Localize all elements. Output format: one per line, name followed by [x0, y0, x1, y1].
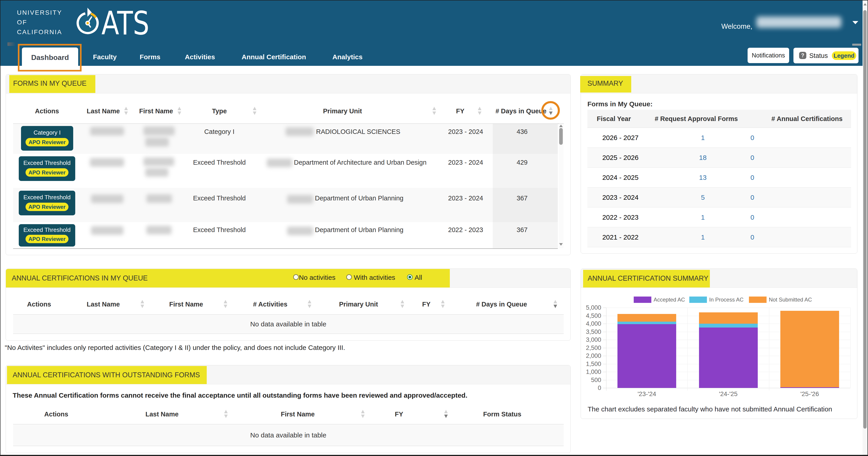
cell-request-forms-link[interactable]: 1 [701, 213, 705, 221]
page-scrollbar[interactable] [863, 0, 868, 455]
action-exceed-threshold-button[interactable]: Exceed ThresholdAPO Reviewer [19, 224, 75, 247]
radio-all-label[interactable]: All [414, 274, 422, 281]
radio-all-selected[interactable] [407, 274, 412, 280]
col-days-in-queue[interactable]: # Days in Queue [495, 108, 547, 115]
sort-icon[interactable] [224, 410, 228, 418]
panel-ac-summary: ANNUAL CERTIFICATION SUMMARY Accepted AC… [581, 268, 857, 419]
sort-icon[interactable] [178, 107, 181, 115]
gridline [687, 308, 688, 391]
col-actions[interactable]: Actions [44, 410, 68, 418]
col-primary-unit[interactable]: Primary Unit [323, 108, 362, 115]
bar-segment[interactable] [699, 327, 758, 388]
bar-segment[interactable] [780, 387, 839, 388]
page-scrollbar-thumb[interactable] [863, 10, 867, 429]
legend-label[interactable]: In Process AC [709, 296, 744, 303]
panel-ac-queue-title: ANNUAL CERTIFICATIONS IN MY QUEUE [12, 274, 148, 282]
cell-annual-certs-link[interactable]: 0 [750, 194, 754, 201]
sort-icon[interactable] [253, 107, 256, 115]
bar-segment[interactable] [699, 324, 758, 327]
sort-icon[interactable] [432, 107, 436, 115]
apo-reviewer-badge: APO Reviewer [26, 203, 68, 211]
cell-annual-certs-link[interactable]: 0 [750, 233, 754, 241]
cell-annual-certs-link[interactable]: 0 [750, 174, 754, 181]
cell-request-forms-link[interactable]: 1 [701, 134, 705, 142]
panel-outstanding-title: ANNUAL CERTIFICATIONS WITH OUTSTANDING F… [13, 371, 200, 379]
cell-request-forms-link[interactable]: 18 [699, 154, 707, 162]
col-form-status[interactable]: Form Status [483, 410, 521, 418]
col-actions[interactable]: Actions [27, 301, 51, 308]
sort-icon[interactable] [361, 410, 365, 418]
radio-with-activities-label[interactable]: With activities [354, 274, 395, 281]
radio-no-activities[interactable] [293, 274, 299, 280]
cell-annual-certs-link[interactable]: 0 [750, 154, 754, 162]
col-last-name[interactable]: Last Name [87, 108, 120, 115]
bar-segment[interactable] [617, 322, 676, 324]
col-last-name[interactable]: Last Name [87, 301, 120, 308]
sort-icon[interactable] [441, 300, 445, 308]
summary-row: 2023 - 2024 5 0 [587, 188, 851, 207]
bar-segment[interactable] [617, 324, 676, 388]
tab-analytics[interactable]: Analytics [332, 53, 362, 61]
cell-annual-certs-link[interactable]: 0 [750, 134, 754, 142]
radio-no-activities-label[interactable]: No activities [299, 274, 336, 281]
redacted-first-name [144, 158, 174, 166]
bar-segment[interactable] [617, 314, 676, 321]
scroll-up-icon[interactable] [559, 125, 563, 127]
action-exceed-threshold-button[interactable]: Exceed ThresholdAPO Reviewer [19, 191, 75, 215]
col-actions[interactable]: Actions [35, 108, 59, 115]
col-fy[interactable]: FY [395, 410, 403, 418]
cell-request-forms-link[interactable]: 1 [701, 233, 705, 241]
scroll-up-icon[interactable] [864, 3, 867, 5]
legend-swatch-icon[interactable] [634, 296, 651, 303]
col-fy[interactable]: FY [456, 108, 464, 115]
y-axis-label: 3,000 [586, 336, 601, 343]
cell-annual-certs-link[interactable]: 0 [750, 213, 754, 221]
table-scrollbar-thumb[interactable] [559, 128, 563, 145]
tab-faculty[interactable]: Faculty [93, 53, 117, 61]
cell-days: 429 [517, 159, 528, 166]
user-menu-caret-icon[interactable] [852, 21, 858, 24]
bar-segment[interactable] [780, 311, 839, 387]
sort-icon[interactable] [124, 107, 128, 115]
legend-label[interactable]: Accepted AC [654, 296, 685, 303]
tab-activities[interactable]: Activities [185, 53, 215, 61]
legend-swatch-icon[interactable] [749, 296, 767, 303]
bar-segment[interactable] [699, 312, 758, 324]
panel-ac-summary-title: ANNUAL CERTIFICATION SUMMARY [588, 274, 709, 283]
col-type[interactable]: Type [212, 108, 227, 115]
action-exceed-threshold-button[interactable]: Exceed ThresholdAPO Reviewer [19, 156, 75, 181]
col-first-name[interactable]: First Name [169, 301, 203, 308]
sort-icon[interactable] [401, 300, 404, 308]
sort-icon-descending[interactable] [444, 410, 448, 418]
axis-tick [603, 348, 606, 348]
col-last-name[interactable]: Last Name [146, 410, 179, 418]
tab-forms[interactable]: Forms [140, 53, 160, 61]
status-legend-button[interactable]: ? Status Legend [794, 48, 859, 63]
col-days-in-queue[interactable]: # Days in Queue [476, 301, 527, 308]
notifications-button-label: Notifications [752, 52, 785, 59]
sort-icon[interactable] [478, 107, 482, 115]
scroll-down-icon[interactable] [559, 243, 563, 246]
col-first-name[interactable]: First Name [281, 410, 315, 418]
legend-label[interactable]: Not Submitted AC [769, 296, 812, 303]
cell-primary-unit: RADIOLOGICAL SCIENCES [316, 128, 400, 136]
legend-swatch-icon[interactable] [689, 296, 707, 303]
action-category1-button[interactable]: Category IAPO Reviewer [21, 126, 73, 151]
cell-request-forms-link[interactable]: 5 [701, 194, 705, 201]
cell-request-forms-link[interactable]: 13 [699, 174, 707, 181]
table-scrollbar[interactable] [559, 124, 563, 248]
radio-with-activities[interactable] [346, 274, 352, 280]
col-first-name[interactable]: First Name [139, 108, 173, 115]
x-axis-label: '24-'25 [719, 391, 737, 398]
notifications-button[interactable]: Notifications [748, 48, 789, 63]
sort-icon[interactable] [224, 300, 227, 308]
col-fy[interactable]: FY [422, 301, 430, 308]
sort-icon[interactable] [308, 300, 311, 308]
sort-icon-descending[interactable] [554, 300, 557, 308]
cell-days: 436 [517, 128, 528, 136]
sort-icon[interactable] [141, 300, 144, 308]
col-primary-unit[interactable]: Primary Unit [339, 301, 378, 308]
tab-annual-certification[interactable]: Annual Certification [242, 53, 306, 61]
panel-forms-title: FORMS IN MY QUEUE [13, 79, 87, 88]
col-activities[interactable]: # Activities [253, 301, 287, 308]
